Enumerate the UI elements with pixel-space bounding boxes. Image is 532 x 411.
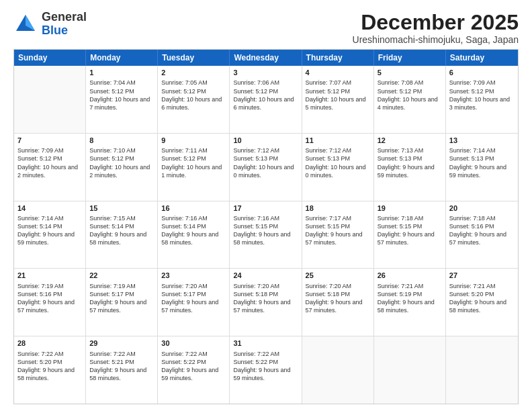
day-info: Sunrise: 7:06 AM Sunset: 5:12 PM Dayligh… [233,79,298,111]
calendar-cell-r4-c2: 22Sunrise: 7:19 AM Sunset: 5:17 PM Dayli… [86,269,158,336]
day-info: Sunrise: 7:14 AM Sunset: 5:13 PM Dayligh… [449,146,515,179]
header-tuesday: Tuesday [158,50,230,66]
calendar-cell-r4-c1: 21Sunrise: 7:19 AM Sunset: 5:16 PM Dayli… [14,269,86,336]
day-info: Sunrise: 7:15 AM Sunset: 5:14 PM Dayligh… [89,214,154,247]
day-number: 14 [17,203,82,213]
header-thursday: Thursday [302,50,374,66]
calendar-cell-r4-c6: 26Sunrise: 7:21 AM Sunset: 5:19 PM Dayli… [374,269,446,336]
day-info: Sunrise: 7:20 AM Sunset: 5:18 PM Dayligh… [306,282,370,315]
day-info: Sunrise: 7:21 AM Sunset: 5:20 PM Dayligh… [449,282,515,315]
day-info: Sunrise: 7:09 AM Sunset: 5:12 PM Dayligh… [449,79,515,111]
header-saturday: Saturday [446,50,518,66]
calendar-row-1: 1Sunrise: 7:04 AM Sunset: 5:12 PM Daylig… [14,66,518,134]
day-number: 6 [449,68,515,77]
day-number: 11 [306,136,370,145]
calendar-cell-r4-c3: 23Sunrise: 7:20 AM Sunset: 5:17 PM Dayli… [158,269,230,336]
day-info: Sunrise: 7:18 AM Sunset: 5:15 PM Dayligh… [378,214,442,247]
day-number: 15 [89,203,154,213]
day-info: Sunrise: 7:19 AM Sunset: 5:16 PM Dayligh… [17,282,82,315]
calendar-cell-r4-c5: 25Sunrise: 7:20 AM Sunset: 5:18 PM Dayli… [302,269,374,336]
day-number: 13 [449,136,515,145]
day-info: Sunrise: 7:09 AM Sunset: 5:12 PM Dayligh… [17,146,82,179]
calendar-cell-r2-c2: 8Sunrise: 7:10 AM Sunset: 5:12 PM Daylig… [86,134,158,201]
day-info: Sunrise: 7:07 AM Sunset: 5:12 PM Dayligh… [306,79,370,111]
day-number: 10 [233,136,298,145]
calendar-cell-r1-c7: 6Sunrise: 7:09 AM Sunset: 5:12 PM Daylig… [446,66,518,133]
calendar-cell-r1-c3: 2Sunrise: 7:05 AM Sunset: 5:12 PM Daylig… [158,66,230,133]
calendar-body: 1Sunrise: 7:04 AM Sunset: 5:12 PM Daylig… [14,66,518,404]
day-number: 21 [17,271,82,280]
day-info: Sunrise: 7:13 AM Sunset: 5:13 PM Dayligh… [378,146,442,179]
day-number: 5 [378,68,442,77]
calendar-row-5: 28Sunrise: 7:22 AM Sunset: 5:20 PM Dayli… [14,336,518,404]
logo: General Blue [13,11,87,38]
day-info: Sunrise: 7:22 AM Sunset: 5:21 PM Dayligh… [89,350,154,383]
day-number: 22 [89,271,154,280]
calendar-cell-r5-c5 [302,336,374,404]
day-number: 25 [306,271,370,280]
day-number: 8 [89,136,154,145]
header: General Blue December 2025 Ureshinomachi… [13,11,519,45]
calendar-cell-r1-c6: 5Sunrise: 7:08 AM Sunset: 5:12 PM Daylig… [374,66,446,133]
day-info: Sunrise: 7:11 AM Sunset: 5:12 PM Dayligh… [161,146,226,179]
page: General Blue December 2025 Ureshinomachi… [0,0,532,411]
header-sunday: Sunday [14,50,86,66]
calendar-cell-r3-c5: 18Sunrise: 7:17 AM Sunset: 5:15 PM Dayli… [302,201,374,269]
logo-general: General [42,10,87,24]
day-number: 30 [161,338,226,348]
day-info: Sunrise: 7:18 AM Sunset: 5:16 PM Dayligh… [449,214,515,247]
day-info: Sunrise: 7:21 AM Sunset: 5:19 PM Dayligh… [378,282,442,315]
calendar-cell-r5-c4: 31Sunrise: 7:22 AM Sunset: 5:22 PM Dayli… [230,336,302,404]
day-number: 18 [306,203,370,213]
day-info: Sunrise: 7:19 AM Sunset: 5:17 PM Dayligh… [89,282,154,315]
logo-text: General Blue [42,11,87,38]
day-info: Sunrise: 7:22 AM Sunset: 5:22 PM Dayligh… [233,350,298,383]
calendar-cell-r2-c1: 7Sunrise: 7:09 AM Sunset: 5:12 PM Daylig… [14,134,86,201]
calendar-cell-r3-c6: 19Sunrise: 7:18 AM Sunset: 5:15 PM Dayli… [374,201,446,269]
calendar-cell-r4-c4: 24Sunrise: 7:20 AM Sunset: 5:18 PM Dayli… [230,269,302,336]
calendar-cell-r2-c7: 13Sunrise: 7:14 AM Sunset: 5:13 PM Dayli… [446,134,518,201]
calendar-cell-r5-c7 [446,336,518,404]
header-friday: Friday [374,50,446,66]
day-info: Sunrise: 7:17 AM Sunset: 5:15 PM Dayligh… [306,214,370,247]
calendar-cell-r3-c4: 17Sunrise: 7:16 AM Sunset: 5:15 PM Dayli… [230,201,302,269]
day-info: Sunrise: 7:16 AM Sunset: 5:15 PM Dayligh… [233,214,298,247]
day-info: Sunrise: 7:20 AM Sunset: 5:17 PM Dayligh… [161,282,226,315]
calendar-cell-r4-c7: 27Sunrise: 7:21 AM Sunset: 5:20 PM Dayli… [446,269,518,336]
location: Ureshinomachi-shimojuku, Saga, Japan [353,34,519,45]
day-number: 20 [449,203,515,213]
calendar-cell-r2-c5: 11Sunrise: 7:12 AM Sunset: 5:13 PM Dayli… [302,134,374,201]
day-number: 2 [161,68,226,77]
day-info: Sunrise: 7:08 AM Sunset: 5:12 PM Dayligh… [378,79,442,111]
logo-icon [13,12,38,36]
calendar-cell-r1-c4: 3Sunrise: 7:06 AM Sunset: 5:12 PM Daylig… [230,66,302,133]
day-number: 27 [449,271,515,280]
day-info: Sunrise: 7:10 AM Sunset: 5:12 PM Dayligh… [89,146,154,179]
calendar-cell-r5-c3: 30Sunrise: 7:22 AM Sunset: 5:22 PM Dayli… [158,336,230,404]
day-number: 9 [161,136,226,145]
calendar: Sunday Monday Tuesday Wednesday Thursday… [13,49,519,404]
logo-blue: Blue [42,24,68,37]
day-number: 26 [378,271,442,280]
day-number: 28 [17,338,82,348]
day-number: 4 [306,68,370,77]
day-info: Sunrise: 7:05 AM Sunset: 5:12 PM Dayligh… [161,79,226,111]
day-number: 29 [89,338,154,348]
calendar-cell-r3-c1: 14Sunrise: 7:14 AM Sunset: 5:14 PM Dayli… [14,201,86,269]
calendar-cell-r1-c2: 1Sunrise: 7:04 AM Sunset: 5:12 PM Daylig… [86,66,158,133]
day-info: Sunrise: 7:04 AM Sunset: 5:12 PM Dayligh… [89,79,154,111]
day-number: 24 [233,271,298,280]
calendar-row-3: 14Sunrise: 7:14 AM Sunset: 5:14 PM Dayli… [14,201,518,269]
calendar-header: Sunday Monday Tuesday Wednesday Thursday… [14,50,518,66]
day-number: 23 [161,271,226,280]
day-number: 12 [378,136,442,145]
calendar-cell-r2-c6: 12Sunrise: 7:13 AM Sunset: 5:13 PM Dayli… [374,134,446,201]
calendar-cell-r1-c1 [14,66,86,133]
title-block: December 2025 Ureshinomachi-shimojuku, S… [353,11,519,45]
calendar-cell-r3-c7: 20Sunrise: 7:18 AM Sunset: 5:16 PM Dayli… [446,201,518,269]
calendar-cell-r2-c3: 9Sunrise: 7:11 AM Sunset: 5:12 PM Daylig… [158,134,230,201]
header-wednesday: Wednesday [230,50,302,66]
day-number: 7 [17,136,82,145]
calendar-row-2: 7Sunrise: 7:09 AM Sunset: 5:12 PM Daylig… [14,134,518,201]
calendar-cell-r5-c1: 28Sunrise: 7:22 AM Sunset: 5:20 PM Dayli… [14,336,86,404]
